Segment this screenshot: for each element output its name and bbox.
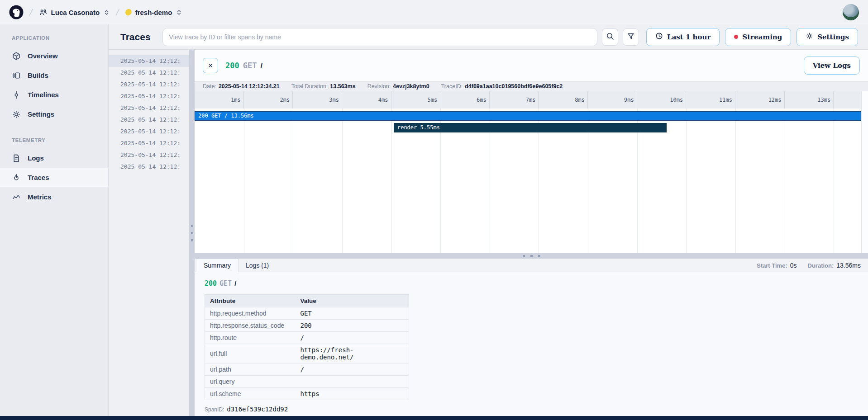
chevron-updown-icon	[176, 9, 182, 16]
team-icon	[39, 8, 48, 17]
status-code: 200	[205, 279, 217, 288]
span-id-value: d316ef539c12dd92	[227, 406, 288, 413]
meta-label: TraceID:	[441, 83, 463, 90]
trace-meta-date: Date:2025-05-14 12:12:34.21	[203, 83, 280, 90]
attribute-value	[296, 376, 409, 388]
trace-meta-revision: Revision:4evzj3k8ytm0	[367, 83, 429, 90]
table-row: url.path/	[205, 363, 409, 376]
span-id-label: SpanID:	[205, 406, 224, 413]
attribute-name: url.scheme	[205, 388, 296, 400]
cube-icon	[12, 52, 21, 61]
top-bar: / Luca Casonato / fresh-demo	[0, 0, 868, 24]
filter-button[interactable]	[623, 28, 639, 46]
meta-label: Total Duration:	[291, 83, 328, 90]
trace-detail-header: × 200 GET / View Logs	[195, 50, 868, 81]
trace-title: 200 GET /	[225, 61, 262, 71]
duration-label: Duration:	[808, 262, 834, 269]
timeline-scrollbar[interactable]	[861, 91, 868, 253]
user-avatar[interactable]	[843, 4, 859, 20]
trace-span-bar[interactable]: 200 GET / 13.56ms	[195, 111, 861, 121]
panel-resize-handle-horizontal[interactable]	[195, 253, 868, 259]
flame-icon	[12, 173, 21, 182]
timeline-gridline	[293, 109, 293, 253]
status-code: 200	[225, 61, 239, 70]
sidebar-item-label: Metrics	[28, 193, 52, 201]
span-heading: 200 GET /	[205, 279, 868, 288]
gear-icon	[806, 32, 813, 42]
sidebar-item-traces[interactable]: Traces	[0, 168, 108, 187]
trace-list-item[interactable]: 2025-05-14 12:12:	[109, 79, 189, 90]
timeline-tick-label: 2ms	[244, 91, 293, 109]
trace-list-item[interactable]: 2025-05-14 12:12:	[109, 149, 189, 161]
trace-list-item[interactable]: 2025-05-14 12:12:	[109, 55, 189, 67]
tab-summary[interactable]: Summary	[196, 259, 238, 272]
deno-logo-icon[interactable]	[9, 5, 24, 19]
trace-list-item[interactable]: 2025-05-14 12:12:	[109, 137, 189, 149]
sidebar-nav: APPLICATIONOverviewBuildsTimelinesSettin…	[0, 24, 109, 416]
details-tabs: SummaryLogs (1) Start Time: 0s Duration:…	[195, 259, 868, 272]
trace-meta-traceid: TraceID:d4f69a1aa10c019560bdf6e9e605f9c2	[441, 83, 563, 90]
trace-list-item[interactable]: 2025-05-14 12:12:	[109, 90, 189, 102]
table-row: url.query	[205, 376, 409, 388]
timeline-tick-label: 7ms	[490, 91, 539, 109]
settings-button[interactable]: Settings	[796, 28, 858, 46]
time-range-button[interactable]: Last 1 hour	[646, 28, 720, 46]
trace-list-item[interactable]: 2025-05-14 12:12:	[109, 114, 189, 126]
table-row: http.route/	[205, 332, 409, 344]
search-input[interactable]	[162, 28, 597, 46]
meta-label: Date:	[203, 83, 216, 90]
close-button[interactable]: ×	[203, 58, 218, 73]
search-icon	[606, 32, 614, 42]
attribute-name: http.request.method	[205, 307, 296, 320]
footer-bar	[0, 416, 868, 420]
timeline-axis: 1ms2ms3ms4ms5ms6ms7ms8ms9ms10ms11ms12ms1…	[195, 91, 861, 109]
sidebar-item-metrics[interactable]: Metrics	[0, 187, 108, 207]
meta-label: Revision:	[367, 83, 391, 90]
trace-span-bar[interactable]: render 5.55ms	[394, 123, 667, 132]
table-header-value: Value	[296, 295, 409, 307]
breadcrumb-org[interactable]: Luca Casonato	[39, 8, 110, 17]
trace-list-item[interactable]: 2025-05-14 12:12:	[109, 102, 189, 114]
trace-meta-total-duration: Total Duration:13.563ms	[291, 83, 356, 90]
span-id-line: SpanID: d316ef539c12dd92	[205, 406, 868, 413]
trace-list-item[interactable]: 2025-05-14 12:12:	[109, 126, 189, 137]
sidebar-item-overview[interactable]: Overview	[0, 46, 108, 66]
funnel-icon	[627, 32, 635, 42]
tab-logs-1[interactable]: Logs (1)	[238, 259, 276, 272]
timeline-gridline	[735, 109, 736, 253]
trace-list: 2025-05-14 12:12:2025-05-14 12:12:2025-0…	[109, 50, 189, 416]
view-logs-button[interactable]: View Logs	[804, 57, 860, 75]
timeline-tick-label: 8ms	[539, 91, 588, 109]
timeline-icon	[12, 90, 21, 99]
clock-icon	[655, 32, 663, 42]
sidebar-item-label: Builds	[28, 71, 48, 79]
panel-resize-handle-vertical[interactable]	[189, 50, 195, 416]
trace-list-item[interactable]: 2025-05-14 12:12:	[109, 67, 189, 79]
page-title: Traces	[120, 32, 151, 42]
sidebar-item-logs[interactable]: Logs	[0, 148, 108, 168]
breadcrumb-project[interactable]: fresh-demo	[125, 9, 183, 16]
time-range-label: Last 1 hour	[667, 33, 711, 41]
attribute-value: https	[296, 388, 409, 400]
timeline-tick-label: 3ms	[293, 91, 342, 109]
table-header-attribute: Attribute	[205, 295, 296, 307]
timeline-tick-label: 13ms	[785, 91, 834, 109]
sidebar-item-timelines[interactable]: Timelines	[0, 85, 108, 104]
attribute-value: 200	[296, 320, 409, 332]
chart-icon	[12, 193, 21, 202]
trace-timeline: 1ms2ms3ms4ms5ms6ms7ms8ms9ms10ms11ms12ms1…	[195, 91, 868, 253]
http-method: GET	[219, 279, 232, 288]
trace-list-item[interactable]: 2025-05-14 12:12:	[109, 161, 189, 173]
timeline-gridline	[785, 109, 785, 253]
start-time-label: Start Time:	[757, 262, 787, 269]
search-button[interactable]	[602, 28, 618, 46]
sidebar-item-settings[interactable]: Settings	[0, 104, 108, 124]
streaming-button[interactable]: Streaming	[725, 28, 791, 46]
timeline-body: 200 GET / 13.56msrender 5.55ms	[195, 109, 861, 253]
attribute-name: url.path	[205, 363, 296, 376]
request-path: /	[260, 61, 262, 71]
sidebar-section-application: APPLICATIONOverviewBuildsTimelinesSettin…	[0, 29, 108, 124]
sidebar-item-builds[interactable]: Builds	[0, 66, 108, 85]
timeline-gridline	[686, 109, 687, 253]
project-name: fresh-demo	[135, 9, 172, 16]
